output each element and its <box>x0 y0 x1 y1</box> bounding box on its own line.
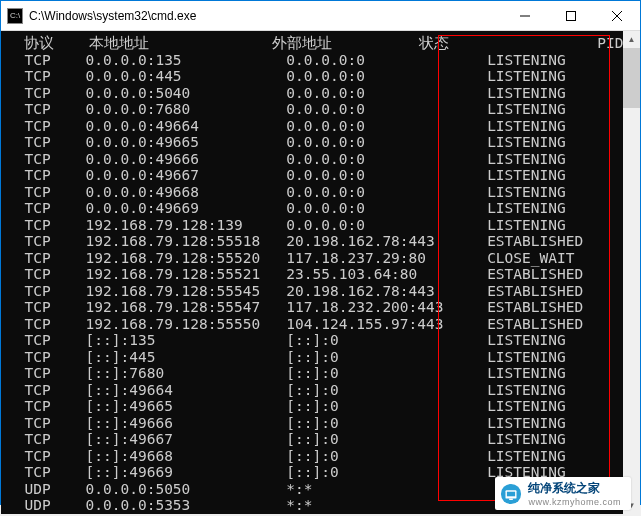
maximize-icon <box>566 11 576 21</box>
svg-rect-1 <box>567 11 576 20</box>
svg-rect-7 <box>510 498 514 499</box>
svg-rect-6 <box>507 491 515 496</box>
cmd-window: C:\ C:\Windows\system32\cmd.exe 协议 本地地址 … <box>0 0 641 505</box>
logo-icon <box>500 483 522 505</box>
minimize-button[interactable] <box>502 1 548 31</box>
titlebar[interactable]: C:\ C:\Windows\system32\cmd.exe <box>1 1 640 31</box>
console-area: 协议 本地地址 外部地址 状态 PID TCP 0.0.0.0:135 0.0.… <box>1 31 640 514</box>
close-icon <box>612 11 622 21</box>
window-controls <box>502 1 640 31</box>
watermark: 纯净系统之家 www.kzmyhome.com <box>495 477 631 510</box>
close-button[interactable] <box>594 1 640 31</box>
console-output[interactable]: 协议 本地地址 外部地址 状态 PID TCP 0.0.0.0:135 0.0.… <box>1 31 623 514</box>
cmd-icon: C:\ <box>7 8 23 24</box>
minimize-icon <box>520 11 530 21</box>
watermark-title: 纯净系统之家 <box>528 480 621 497</box>
window-title: C:\Windows\system32\cmd.exe <box>29 9 502 23</box>
watermark-url: www.kzmyhome.com <box>528 497 621 507</box>
vertical-scrollbar[interactable]: ▲ ▼ <box>623 31 640 514</box>
watermark-text: 纯净系统之家 www.kzmyhome.com <box>528 480 621 507</box>
scroll-up-button[interactable]: ▲ <box>623 31 640 48</box>
scroll-thumb[interactable] <box>623 48 640 108</box>
maximize-button[interactable] <box>548 1 594 31</box>
